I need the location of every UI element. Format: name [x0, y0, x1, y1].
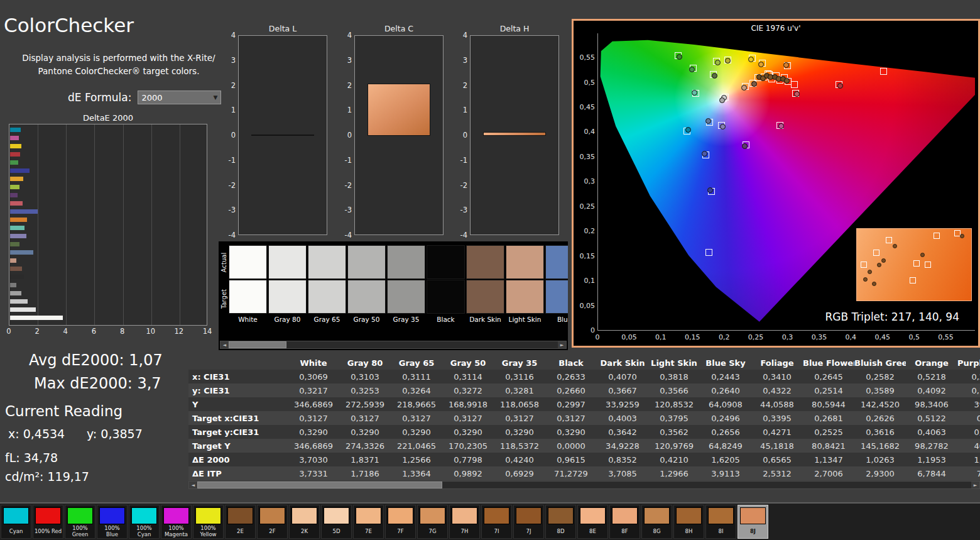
deltae-bar-chart — [9, 124, 207, 326]
measured-point — [715, 60, 721, 65]
scroll-right-icon[interactable]: ► — [558, 341, 566, 348]
swatch-label: Blue — [545, 316, 568, 323]
patch-7h[interactable]: 7H — [449, 505, 480, 539]
color-swatch — [356, 507, 381, 524]
scrollbar-track[interactable] — [229, 341, 558, 348]
table-cell: 0,3111 — [391, 370, 442, 383]
reading-fl: fL: 34,78 — [5, 451, 58, 465]
description-line2: Pantone ColorChecker® target colors. — [38, 66, 200, 76]
de-bar-gray-35 — [10, 283, 16, 287]
swatch-gray-65: Gray 65 — [308, 245, 346, 323]
table-cell: 0,2525 — [803, 425, 854, 439]
patch-2k[interactable]: 2K — [289, 505, 320, 539]
scroll-left-icon[interactable]: ◄ — [220, 341, 229, 348]
y-tick-label: 2 — [339, 81, 352, 90]
y-tick-label: 0,4 — [577, 128, 595, 136]
patch-7g[interactable]: 7G — [417, 505, 448, 539]
table-cell: 0,0000 — [545, 439, 597, 453]
table-cell: 0,2582 — [854, 370, 906, 383]
patch-label: 8H — [674, 525, 704, 538]
table-scrollbar[interactable]: ◄ ► — [188, 481, 980, 489]
de-formula-dropdown[interactable]: 2000 ▼ — [138, 91, 221, 104]
actual-row-label: Actual — [220, 248, 227, 277]
patch-8e[interactable]: 8E — [577, 505, 608, 539]
chart-title: Delta H — [470, 24, 559, 33]
color-swatch — [259, 507, 285, 524]
measured-point — [689, 67, 695, 72]
scroll-right-icon[interactable]: ► — [971, 482, 979, 488]
x-tick-label: 0,15 — [685, 333, 700, 341]
swatch-scrollbar[interactable]: ◄ ► — [220, 341, 567, 349]
column-header-dark-skin: Dark Skin — [597, 356, 648, 370]
patch-100-red[interactable]: 100% Red — [33, 505, 63, 539]
swatch-label: Gray 65 — [308, 316, 346, 323]
patch-8d[interactable]: 8D — [545, 505, 576, 539]
patch-8j[interactable]: 8J — [738, 505, 768, 539]
swatch-gray-50: Gray 50 — [347, 245, 386, 323]
y-tick-label: -3 — [455, 206, 467, 214]
patch-8h[interactable]: 8H — [673, 505, 704, 539]
de-bar-moderate-red — [10, 201, 23, 206]
table-cell: 0,3114 — [442, 370, 494, 383]
table-cell: 0,2443 — [700, 370, 751, 383]
patch-label: 7G — [418, 525, 447, 538]
table-cell: 39,9 — [957, 397, 980, 411]
swatch-actual — [387, 245, 425, 279]
patch-label: 100% Cyan — [129, 525, 159, 538]
measured-point — [705, 118, 711, 124]
chart-plot — [238, 35, 327, 235]
patch-100-cyan[interactable]: 100% Cyan — [129, 505, 160, 539]
patch-100-blue[interactable]: 100% Blue — [97, 505, 128, 539]
measured-point — [719, 97, 725, 103]
de-bar-red — [10, 152, 20, 157]
patch-8i[interactable]: 8I — [705, 505, 736, 539]
patch-100-green[interactable]: 100% Green — [65, 505, 95, 539]
row-label: Y — [188, 397, 288, 411]
patch-label: 8G — [642, 525, 672, 538]
patch-7j[interactable]: 7J — [513, 505, 544, 539]
patch-8g[interactable]: 8G — [641, 505, 672, 539]
table-cell: 0,2645 — [803, 370, 854, 383]
table-cell: 0,3217 — [288, 383, 339, 397]
scrollbar-track[interactable] — [197, 482, 971, 488]
y-tick-label: 0,15 — [577, 252, 595, 260]
patch-2f[interactable]: 2F — [257, 505, 288, 539]
table-cell: 0,4003 — [597, 411, 648, 425]
y-tick-label: 3 — [223, 56, 236, 65]
patch-7f[interactable]: 7F — [385, 505, 416, 539]
scrollbar-thumb[interactable] — [229, 341, 286, 348]
table-cell: 118,0658 — [494, 397, 545, 411]
patch-7i[interactable]: 7I — [481, 505, 512, 539]
patch-8f[interactable]: 8F — [609, 505, 640, 539]
x-tick-label: 8 — [120, 327, 124, 336]
patch-label: 2K — [290, 525, 319, 538]
swatch-dark-skin: Dark Skin — [466, 245, 504, 323]
color-swatch — [420, 507, 445, 524]
table-cell: 7,2 — [957, 466, 980, 480]
y-tick-label: 4 — [455, 31, 467, 40]
row-label: Target y:CIE31 — [188, 425, 288, 439]
patch-100-magenta[interactable]: 100% Magenta — [161, 505, 192, 539]
table-cell: 0,4070 — [597, 370, 648, 383]
de-formula-label: dE Formula: — [68, 91, 131, 104]
patch-label: 7J — [514, 525, 543, 538]
table-cell: 142,4520 — [854, 397, 906, 411]
color-swatch — [195, 507, 221, 524]
table-cell: 0,9615 — [545, 453, 597, 466]
scroll-left-icon[interactable]: ◄ — [189, 482, 197, 488]
de-bar-gray-50 — [10, 291, 21, 295]
scrollbar-thumb[interactable] — [197, 482, 442, 488]
patch-cyan[interactable]: Cyan — [1, 505, 31, 539]
y-tick-label: -3 — [339, 206, 352, 214]
patch-5d[interactable]: 5D — [321, 505, 352, 539]
table-cell: 98,2782 — [906, 439, 957, 453]
table-cell: 1,1953 — [906, 453, 957, 466]
de-bar-blue-flower — [10, 234, 26, 238]
color-swatch — [580, 507, 606, 524]
table-cell: 80,5944 — [803, 397, 854, 411]
de-bar-dark-skin — [10, 267, 22, 271]
patch-7e[interactable]: 7E — [353, 505, 384, 539]
patch-2e[interactable]: 2E — [225, 505, 256, 539]
patch-100-yellow[interactable]: 100% Yellow — [193, 505, 224, 539]
y-tick-label: 1 — [455, 106, 467, 114]
